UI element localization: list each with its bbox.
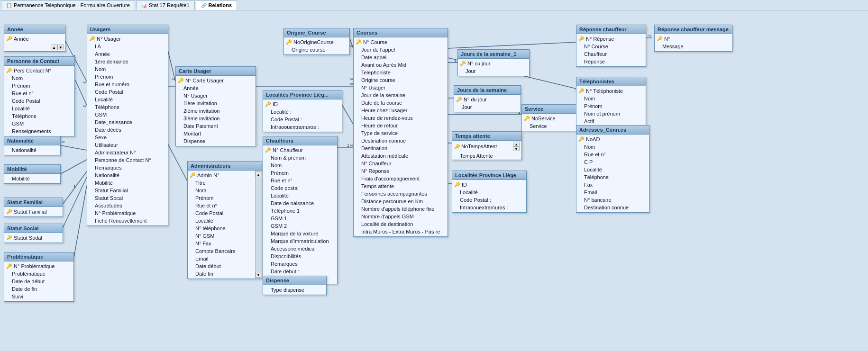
table-carte-usager-body: 🔑N° Carte Usager Année N° Usager 1ière i… — [176, 76, 256, 146]
annee-scroll-up[interactable]: ▲ — [51, 45, 57, 50]
table-problematique-body: 🔑N° Problématique Problématique Date de … — [4, 261, 73, 301]
field-date-fin-prob: Date de fin — [4, 285, 73, 293]
svg-line-8 — [61, 160, 87, 174]
table-service-header: Service — [522, 105, 579, 114]
field-localite-pc: Localité — [4, 105, 74, 112]
table-nationalite-header: Nationalité — [4, 136, 60, 145]
field-localites-bot-key: 🔑ID — [452, 181, 526, 189]
table-statut-familial-body: 🔑Statut Familial — [4, 207, 63, 216]
table-temps-attente-header: Temps attente — [452, 132, 521, 141]
field-rue-pc: Rue et n° — [4, 90, 74, 97]
field-jours-key: 🔑N° du jour — [454, 96, 521, 103]
table-carte-usager: Carte Usager 🔑N° Carte Usager Année N° U… — [175, 66, 256, 146]
svg-text:1: 1 — [347, 143, 349, 148]
field-problematique-key: 🔑N° Problématique — [4, 262, 73, 270]
table-reponse-message-header: Réponse chauffeur message — [655, 25, 732, 34]
annee-scroll-down[interactable]: ▼ — [57, 45, 64, 50]
table-telephonistes-header: Téléphonistes — [576, 77, 646, 86]
table-courses-body: 🔑N° Course Jour de l'appel Date appel Av… — [354, 37, 448, 236]
svg-text:1: 1 — [73, 184, 76, 189]
svg-text:∞: ∞ — [350, 143, 353, 148]
table-problematique-header: Problématique — [4, 252, 73, 261]
table-statut-social-header: Statut Social — [4, 224, 63, 233]
table-origine-course-header: Origine_Course — [284, 28, 349, 37]
table-carte-usager-header: Carte Usager — [176, 67, 256, 76]
table-statut-familial-header: Statut Familial — [4, 198, 63, 207]
field-courses-key: 🔑N° Course — [354, 38, 448, 46]
table-personne-contact: Personne de Contact 🔑Pers Contact N° Nom… — [4, 56, 75, 136]
svg-text:∞: ∞ — [350, 77, 353, 81]
field-adresses-key: 🔑NoAD — [576, 135, 649, 143]
svg-text:∞: ∞ — [649, 33, 651, 38]
field-statut-familial-key: 🔑Statut Familial — [4, 208, 63, 216]
table-adresses-connues-body: 🔑NoAD Nom Rue et n° C P Localité Télépho… — [576, 135, 649, 212]
tab-permanence-icon: 📋 — [6, 3, 12, 8]
table-chauffeurs-body: 🔑N° Chauffeur Nom & prénom Nom Préncm Ru… — [263, 145, 337, 284]
table-annee: Année 🔑 Année ▲ ▼ — [4, 25, 65, 52]
table-localites-top-header: Localités Province Liég... — [263, 90, 342, 99]
table-usagers-body: 🔑N° Usager I A Année 1ère demande Nom Pr… — [87, 34, 168, 225]
field-cp-pc: Code Postal — [4, 97, 74, 105]
svg-line-24 — [341, 103, 353, 124]
table-administrateurs-body: 🔑Admin N° Titre Nom Prénom Rue et n° Cod… — [188, 171, 262, 279]
tab-stat-icon: 📊 — [141, 3, 147, 8]
field-carte-usager-key: 🔑N° Carte Usager — [176, 77, 256, 84]
table-mobilite-header: Mobilité — [4, 165, 60, 174]
table-jours-semaine: Jours de la semaine 🔑N° du jour Jour — [454, 85, 521, 112]
table-localites-top: Localités Province Liég... 🔑ID Localité … — [263, 90, 342, 132]
tab-relations[interactable]: 🔗 Relations — [196, 0, 238, 10]
field-tel-pc: Téléphone — [4, 112, 74, 120]
table-statut-social-body: 🔑Statut Sodal — [4, 233, 63, 243]
field-jours-1-key: 🔑N° cu jour — [458, 60, 529, 67]
table-jours-semaine-1: Jours de la semaine_1 🔑N° cu jour Jour — [457, 49, 530, 76]
table-reponse-message-body: 🔑N° Message — [655, 34, 732, 51]
field-chauffeurs-key: 🔑N° Chauffeur — [263, 146, 337, 154]
tab-stat[interactable]: 📊 Stat 17 Requête1 — [136, 0, 195, 10]
table-chauffeurs-header: Chauffeurs — [263, 136, 337, 145]
tab-permanence[interactable]: 📋 Permanence Telephonique - Formulaire O… — [1, 0, 135, 10]
table-courses: Courses 🔑N° Course Jour de l'appel Date … — [353, 28, 448, 237]
svg-text:∞: ∞ — [83, 80, 86, 85]
temps-scroll-up[interactable]: ▲ — [513, 142, 520, 146]
table-service-body: 🔑NoService Service — [522, 114, 579, 131]
table-mobilite-body: Mobilité — [4, 174, 60, 183]
table-personne-contact-body: 🔑Pers Contact N° Nom Prénom Rue et n° Co… — [4, 66, 74, 136]
field-usager-key: 🔑N° Usager — [87, 35, 168, 43]
temps-scroll-down[interactable]: ▼ — [513, 146, 520, 151]
field-reponse-key: 🔑N° Réponse — [576, 35, 646, 43]
field-reponse-message-key: 🔑N° — [655, 35, 732, 43]
table-origine-course-body: 🔑NoOrigineCourse Origine course — [284, 37, 349, 54]
svg-text:∞: ∞ — [350, 44, 353, 48]
table-nationalite-body: Nationalité — [4, 145, 60, 155]
admin-scroll-down[interactable]: ▼ — [256, 272, 261, 278]
tab-relations-icon: 🔗 — [201, 3, 207, 8]
table-administrateurs-header: Administrateurs — [188, 162, 262, 171]
svg-text:∞: ∞ — [350, 81, 353, 86]
table-mobilite: Mobilité Mobilité — [4, 164, 61, 184]
field-mobilite: Mobilité — [4, 175, 60, 182]
table-annee-header: Année — [4, 25, 65, 34]
table-jours-semaine-header: Jours de la semaine — [454, 86, 521, 95]
table-localites-bot: Localités Province Liège 🔑ID Localité : … — [452, 171, 527, 213]
table-administrateurs: Administrateurs 🔑Admin N° Titre Nom Prén… — [187, 161, 262, 279]
table-localites-bot-body: 🔑ID Localité : Code Postal : Intraoouext… — [452, 180, 526, 212]
field-nationalite: Nationalité — [4, 146, 60, 154]
table-personne-contact-header: Personne de Contact — [4, 57, 74, 66]
field-nom-pc: Nom — [4, 74, 74, 82]
key-icon-annee: 🔑 — [6, 36, 12, 42]
table-problematique: Problématique 🔑N° Problématique Probléma… — [4, 252, 74, 302]
admin-scroll-up[interactable]: ▲ — [256, 171, 261, 177]
svg-text:∞: ∞ — [172, 77, 174, 81]
tab-bar: 📋 Permanence Telephonique - Formulaire O… — [0, 0, 868, 10]
table-reponse-chauffeur-header: Réponse chauffeur — [576, 25, 646, 34]
field-service-key: 🔑NoService — [522, 115, 579, 122]
svg-line-19 — [167, 143, 187, 181]
table-reponse-message: Réponse chauffeur message 🔑N° Message — [654, 25, 732, 52]
svg-text:∞: ∞ — [62, 139, 64, 144]
table-jours-semaine-1-header: Jours de la semaine_1 — [458, 50, 529, 59]
field-telephonistes-key: 🔑N° Téléphoniste — [576, 87, 646, 95]
field-renseign-pc: Renseignements — [4, 127, 74, 135]
svg-line-13 — [167, 48, 175, 81]
svg-text:1: 1 — [454, 58, 457, 63]
table-chauffeurs: Chauffeurs 🔑N° Chauffeur Nom & prénom No… — [263, 136, 338, 284]
